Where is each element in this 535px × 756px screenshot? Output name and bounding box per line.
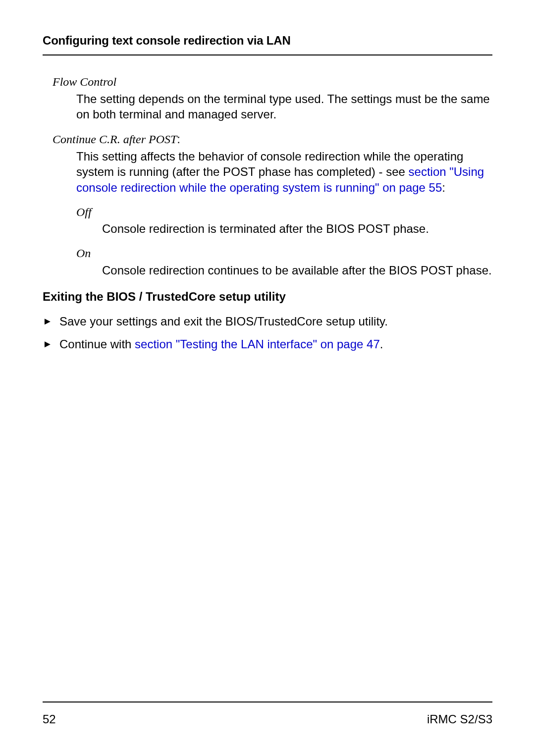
page-footer: 52 iRMC S2/S3 bbox=[43, 702, 492, 726]
desc-continue-cr-pre: This setting affects the behavior of con… bbox=[76, 150, 463, 179]
list-item: ► Save your settings and exit the BIOS/T… bbox=[43, 314, 492, 329]
term-continue-cr-label: Continue C.R. after POST bbox=[53, 133, 177, 146]
page-number: 52 bbox=[43, 712, 56, 726]
term-continue-cr-colon: : bbox=[177, 132, 180, 146]
header-title: Configuring text console redirection via… bbox=[43, 34, 492, 54]
bullet-text-2-pre: Continue with bbox=[59, 337, 135, 351]
option-off-desc: Console redirection is terminated after … bbox=[102, 221, 492, 237]
header-divider bbox=[43, 54, 492, 55]
term-continue-cr: Continue C.R. after POST: bbox=[53, 131, 492, 148]
desc-flow-control: The setting depends on the terminal type… bbox=[76, 91, 492, 122]
bullet-text-1: Save your settings and exit the BIOS/Tru… bbox=[59, 315, 388, 328]
desc-continue-cr-post: : bbox=[442, 181, 445, 194]
footer-divider bbox=[43, 702, 492, 702]
option-on-desc: Console redirection continues to be avai… bbox=[102, 263, 492, 278]
desc-continue-cr: This setting affects the behavior of con… bbox=[76, 149, 492, 196]
link-testing-lan[interactable]: section "Testing the LAN interface" on p… bbox=[135, 337, 380, 351]
term-flow-control: Flow Control bbox=[53, 74, 492, 90]
list-item: ► Continue with section "Testing the LAN… bbox=[43, 336, 492, 352]
doc-reference: iRMC S2/S3 bbox=[427, 712, 492, 726]
page-content: Flow Control The setting depends on the … bbox=[43, 74, 492, 702]
bullet-text-2-post: . bbox=[380, 337, 383, 351]
bullet-list: ► Save your settings and exit the BIOS/T… bbox=[43, 314, 492, 352]
section-heading: Exiting the BIOS / TrustedCore setup uti… bbox=[43, 289, 492, 305]
option-on-label: On bbox=[76, 246, 492, 262]
option-off-label: Off bbox=[76, 205, 492, 220]
triangle-right-icon: ► bbox=[43, 337, 53, 350]
page-header: Configuring text console redirection via… bbox=[43, 34, 492, 74]
document-page: Configuring text console redirection via… bbox=[0, 0, 535, 756]
triangle-right-icon: ► bbox=[43, 315, 53, 327]
